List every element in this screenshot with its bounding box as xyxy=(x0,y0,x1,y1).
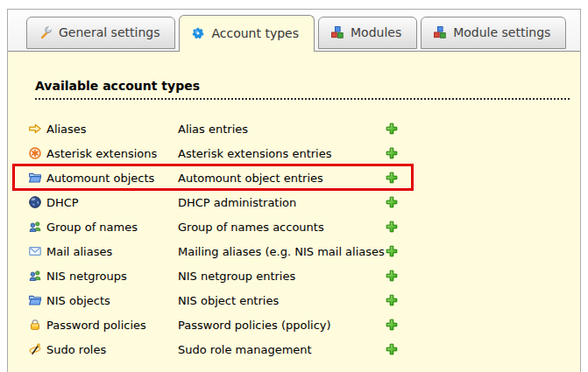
group-icon xyxy=(28,220,42,234)
add-account-type-button[interactable] xyxy=(385,171,399,185)
account-type-row: Mail aliasesMailing aliases (e.g. NIS ma… xyxy=(8,239,580,263)
add-account-type-button[interactable] xyxy=(385,146,399,160)
asterisk-circle-icon xyxy=(28,146,42,160)
tab-account-types[interactable]: Account types xyxy=(179,15,315,52)
wrench-icon xyxy=(39,25,53,39)
account-type-name: Mail aliases xyxy=(46,245,178,258)
plus-icon xyxy=(385,244,399,258)
group-icon xyxy=(28,269,42,283)
account-type-row: Sudo rolesSudo role management xyxy=(8,337,580,361)
folder-icon xyxy=(28,293,42,307)
tab-label: General settings xyxy=(59,25,159,39)
account-type-row: Group of namesGroup of names accounts xyxy=(8,214,580,239)
account-type-name: Automount objects xyxy=(46,172,178,185)
plus-icon xyxy=(385,122,399,136)
tab-label: Modules xyxy=(351,25,401,39)
mail-icon xyxy=(28,244,42,258)
plus-icon xyxy=(385,293,399,307)
arrow-right-icon xyxy=(28,122,42,136)
account-type-name: Sudo roles xyxy=(46,343,178,356)
settings-window: General settingsAccount typesModulesModu… xyxy=(7,9,581,372)
account-type-description: NIS netgroup entries xyxy=(178,270,385,283)
tab-modules[interactable]: Modules xyxy=(318,17,417,49)
account-type-name: Aliases xyxy=(46,123,178,136)
add-account-type-button[interactable] xyxy=(385,293,399,307)
account-type-description: Mailing aliases (e.g. NIS mail aliases) xyxy=(178,245,385,258)
plus-icon xyxy=(385,171,399,185)
plus-icon xyxy=(385,269,399,283)
account-type-list: AliasesAlias entriesAsterisk extensionsA… xyxy=(8,116,580,361)
tab-bar: General settingsAccount typesModulesModu… xyxy=(8,10,580,51)
globe-icon xyxy=(28,195,42,209)
account-type-name: Group of names xyxy=(46,221,178,234)
account-type-row: Asterisk extensionsAsterisk extensions e… xyxy=(8,141,580,165)
account-type-row: NIS objectsNIS object entries xyxy=(8,288,580,312)
add-account-type-button[interactable] xyxy=(385,244,399,258)
add-account-type-button[interactable] xyxy=(385,195,399,209)
account-type-row: Automount objectsAutomount object entrie… xyxy=(8,165,580,190)
account-types-panel: Available account types AliasesAlias ent… xyxy=(8,51,580,372)
add-account-type-button[interactable] xyxy=(385,220,399,234)
account-type-row: Password policiesPassword policies (ppol… xyxy=(8,312,580,337)
tab-label: Module settings xyxy=(453,25,550,39)
folder-icon xyxy=(28,171,42,185)
account-type-description: Alias entries xyxy=(178,123,385,136)
account-type-row: DHCPDHCP administration xyxy=(8,190,580,214)
tab-general-settings[interactable]: General settings xyxy=(26,17,175,49)
plus-icon xyxy=(385,220,399,234)
lock-icon xyxy=(28,318,42,332)
account-type-name: NIS objects xyxy=(46,294,178,307)
add-account-type-button[interactable] xyxy=(385,342,399,356)
tab-label: Account types xyxy=(211,26,299,40)
account-type-name: NIS netgroups xyxy=(46,270,178,283)
gear-icon xyxy=(191,26,205,40)
account-type-row: AliasesAlias entries xyxy=(8,116,580,141)
account-type-row: NIS netgroupsNIS netgroup entries xyxy=(8,263,580,288)
account-type-description: Automount object entries xyxy=(178,172,385,185)
add-account-type-button[interactable] xyxy=(385,318,399,332)
modules-icon xyxy=(433,25,447,39)
wand-icon xyxy=(28,342,42,356)
panel-heading: Available account types xyxy=(35,79,570,100)
tab-module-settings[interactable]: Module settings xyxy=(421,17,566,49)
add-account-type-button[interactable] xyxy=(385,122,399,136)
modules-icon xyxy=(330,25,344,39)
account-type-description: Password policies (ppolicy) xyxy=(178,319,385,332)
plus-icon xyxy=(385,342,399,356)
account-type-description: Group of names accounts xyxy=(178,221,385,234)
account-type-name: DHCP xyxy=(46,196,178,209)
account-type-description: DHCP administration xyxy=(178,196,385,209)
account-type-name: Asterisk extensions xyxy=(46,147,178,160)
plus-icon xyxy=(385,318,399,332)
account-type-description: Sudo role management xyxy=(178,343,385,356)
add-account-type-button[interactable] xyxy=(385,269,399,283)
account-type-description: Asterisk extensions entries xyxy=(178,147,385,160)
plus-icon xyxy=(385,195,399,209)
account-type-description: NIS object entries xyxy=(178,294,385,307)
account-type-name: Password policies xyxy=(46,319,178,332)
plus-icon xyxy=(385,146,399,160)
